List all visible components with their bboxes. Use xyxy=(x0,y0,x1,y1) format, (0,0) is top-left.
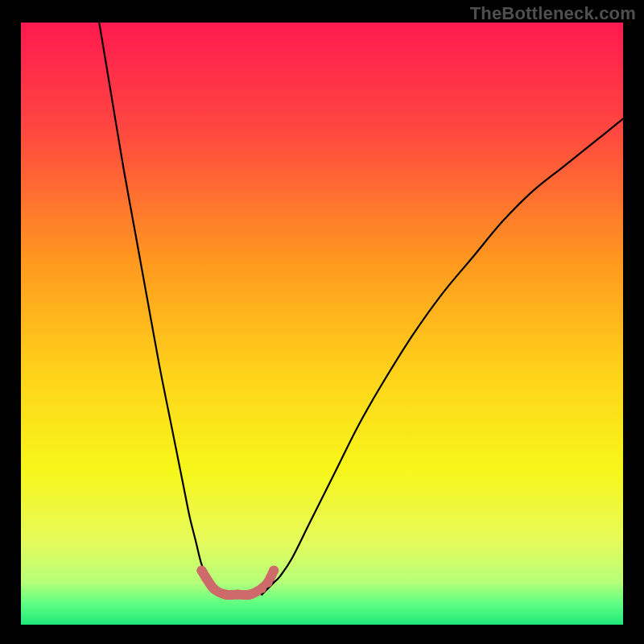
series-dot-optimal-band-dots xyxy=(245,590,254,600)
chart-background xyxy=(21,23,623,625)
watermark-text: TheBottleneck.com xyxy=(470,3,636,24)
series-dot-optimal-band-dots xyxy=(196,566,206,576)
series-dot-optimal-band-dots xyxy=(233,590,242,600)
chart-svg xyxy=(21,23,623,625)
series-dot-optimal-band-dots xyxy=(269,566,279,576)
chart-frame: TheBottleneck.com xyxy=(0,0,644,644)
series-dot-optimal-band-dots xyxy=(208,584,218,593)
series-dot-optimal-band-dots xyxy=(221,590,230,600)
plot-area xyxy=(21,23,623,625)
series-dot-optimal-band-dots xyxy=(263,578,273,588)
